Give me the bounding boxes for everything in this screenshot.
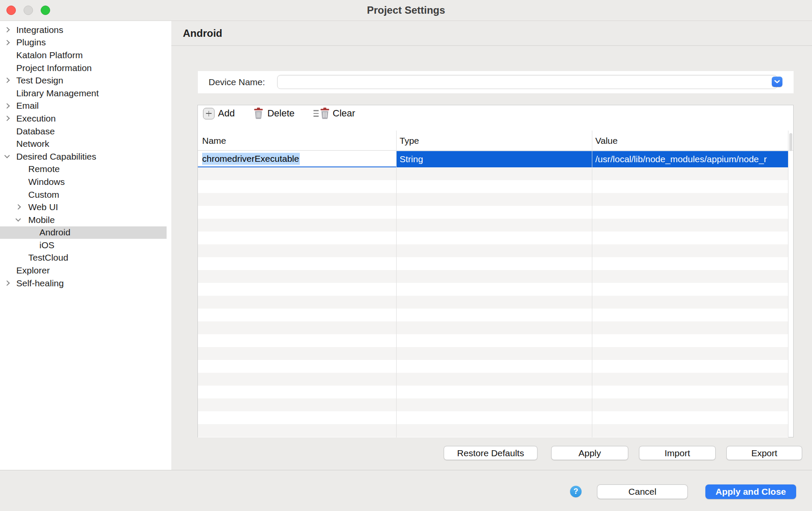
chevron-right-icon[interactable] (4, 116, 10, 121)
table-header: Name Type Value (198, 131, 793, 151)
sidebar-item-custom[interactable]: Custom (0, 188, 171, 201)
value-cell[interactable]: /usr/local/lib/node_modules/appium/node_… (592, 151, 788, 167)
zoom-button[interactable] (41, 6, 50, 15)
chevron-down-icon[interactable] (4, 153, 10, 158)
delete-trash-icon[interactable] (254, 107, 263, 119)
sidebar-item-ios[interactable]: iOS (0, 239, 171, 252)
trash-icon (320, 107, 330, 119)
vertical-scrollbar[interactable] (789, 133, 792, 151)
column-header-type[interactable]: Type (400, 131, 419, 151)
clear-trash-icon[interactable] (313, 107, 330, 119)
sidebar-item-testcloud[interactable]: TestCloud (0, 252, 171, 264)
table-toolbar: Add Delete Clear (203, 107, 355, 120)
sidebar-item-mobile[interactable]: Mobile (0, 214, 171, 226)
column-header-value[interactable]: Value (595, 131, 618, 151)
sidebar-item-library-management[interactable]: Library Management (0, 87, 171, 100)
chevron-right-icon[interactable] (4, 103, 10, 109)
export-button[interactable]: Export (726, 446, 802, 460)
device-name-section: Device Name: (198, 71, 794, 93)
chevron-right-icon[interactable] (4, 27, 10, 33)
settings-sidebar: Integrations Plugins Katalon Platform Pr… (0, 21, 171, 470)
capabilities-table: Name Type Value chromedriverExecutable S… (198, 131, 793, 437)
sidebar-item-email[interactable]: Email (0, 100, 171, 113)
sidebar-item-remote[interactable]: Remote (0, 163, 171, 176)
device-name-label: Device Name: (209, 71, 265, 93)
chevron-right-icon[interactable] (4, 40, 10, 45)
add-button[interactable]: Add (218, 108, 235, 119)
add-icon[interactable] (203, 108, 215, 119)
column-divider (788, 131, 788, 437)
device-name-input[interactable] (277, 75, 777, 89)
chevron-right-icon[interactable] (4, 280, 10, 286)
sidebar-item-web-ui[interactable]: Web UI (0, 201, 171, 214)
empty-table-rows (198, 167, 788, 437)
column-divider (396, 131, 397, 437)
column-header-name[interactable]: Name (202, 131, 226, 151)
name-cell-editor[interactable]: chromedriverExecutable (198, 151, 396, 167)
sidebar-item-database[interactable]: Database (0, 125, 171, 138)
sidebar-item-integrations[interactable]: Integrations (0, 24, 171, 36)
sidebar-item-desired-capabilities[interactable]: Desired Capabilities (0, 150, 171, 163)
apply-and-close-button[interactable]: Apply and Close (705, 484, 796, 499)
chevron-down-icon (774, 80, 780, 83)
help-button[interactable]: ? (570, 486, 582, 497)
type-cell[interactable]: String (396, 151, 592, 167)
sidebar-item-test-design[interactable]: Test Design (0, 74, 171, 87)
sidebar-item-project-information[interactable]: Project Information (0, 62, 171, 74)
restore-defaults-button[interactable]: Restore Defaults (444, 446, 537, 460)
clear-button[interactable]: Clear (333, 108, 355, 119)
close-button[interactable] (6, 6, 16, 15)
window-title: Project Settings (367, 4, 445, 16)
sidebar-item-explorer[interactable]: Explorer (0, 264, 171, 277)
cancel-button[interactable]: Cancel (597, 484, 688, 499)
column-divider (592, 131, 592, 437)
sidebar-item-self-healing[interactable]: Self-healing (0, 277, 171, 290)
panel-header: Android (171, 21, 812, 46)
sidebar-item-network[interactable]: Network (0, 137, 171, 150)
delete-button[interactable]: Delete (267, 108, 295, 119)
sidebar-tree: Integrations Plugins Katalon Platform Pr… (0, 24, 171, 289)
page-title: Android (183, 27, 222, 39)
chevron-down-icon[interactable] (15, 216, 21, 222)
apply-button[interactable]: Apply (551, 446, 628, 460)
clear-lines-glyph (313, 110, 319, 116)
footer-divider (0, 470, 812, 470)
titlebar: Project Settings (0, 0, 812, 21)
sidebar-item-windows[interactable]: Windows (0, 175, 171, 188)
project-settings-window: Project Settings Integrations Plugins Ka… (0, 0, 812, 511)
sidebar-item-android[interactable]: Android (0, 226, 171, 239)
import-button[interactable]: Import (639, 446, 716, 460)
chevron-right-icon[interactable] (15, 204, 21, 210)
device-name-dropdown-button[interactable] (772, 77, 782, 87)
sidebar-item-katalon-platform[interactable]: Katalon Platform (0, 49, 171, 62)
sidebar-item-plugins[interactable]: Plugins (0, 36, 171, 49)
minimize-button[interactable] (24, 6, 33, 15)
table-row-selected[interactable]: chromedriverExecutable String /usr/local… (198, 151, 788, 167)
sidebar-item-execution[interactable]: Execution (0, 112, 171, 125)
chevron-right-icon[interactable] (4, 78, 10, 83)
name-cell-text: chromedriverExecutable (202, 153, 300, 165)
